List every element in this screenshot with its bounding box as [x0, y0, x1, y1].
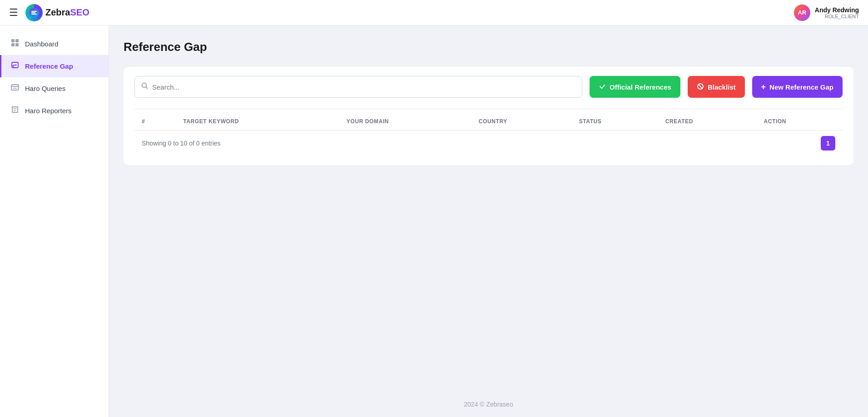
table-container: # TARGET KEYWORD YOUR DOMAIN COUNTRY STA…	[134, 109, 843, 156]
search-icon	[141, 82, 149, 91]
official-references-label: Official References	[610, 83, 671, 91]
sidebar: Dashboard Reference Gap Haro Queries	[0, 25, 109, 417]
logo: ZebraSEO	[25, 4, 89, 21]
new-reference-gap-label: New Reference Gap	[769, 83, 833, 91]
navbar-left: ☰ ZebraSEO	[9, 4, 89, 21]
toolbar-card: Official References Blacklist + New Refe…	[124, 67, 853, 165]
avatar: AR	[794, 5, 810, 21]
new-reference-gap-button[interactable]: + New Reference Gap	[752, 76, 843, 98]
footer: 2024 © Zebraseo	[124, 392, 853, 417]
blacklist-icon	[697, 83, 704, 91]
main-content: Reference Gap	[109, 25, 868, 417]
sidebar-item-haro-queries[interactable]: Haro Queries	[0, 77, 109, 100]
col-status: STATUS	[572, 113, 658, 131]
svg-rect-2	[15, 39, 19, 42]
haro-reporters-icon	[10, 105, 20, 116]
sidebar-item-haro-reporters[interactable]: Haro Reporters	[0, 100, 109, 122]
logo-seo: SEO	[70, 7, 89, 17]
user-name: Andy Redwing	[815, 6, 859, 14]
svg-rect-3	[11, 43, 15, 46]
sidebar-item-dashboard[interactable]: Dashboard	[0, 33, 109, 55]
check-icon	[599, 83, 606, 91]
dashboard-icon	[10, 38, 20, 50]
col-created: CREATED	[658, 113, 757, 131]
toolbar-row: Official References Blacklist + New Refe…	[134, 76, 843, 98]
svg-rect-4	[15, 43, 19, 46]
blacklist-label: Blacklist	[708, 83, 736, 91]
col-target-keyword: TARGET KEYWORD	[176, 113, 339, 131]
page-title: Reference Gap	[124, 40, 853, 54]
logo-text: ZebraSEO	[45, 7, 89, 18]
blacklist-button[interactable]: Blacklist	[688, 76, 745, 98]
official-references-button[interactable]: Official References	[590, 76, 680, 98]
logo-zebra: Zebra	[45, 7, 70, 17]
avatar-image: AR	[794, 5, 810, 21]
pagination-page-1[interactable]: 1	[821, 136, 835, 151]
sidebar-item-reference-gap[interactable]: Reference Gap	[0, 55, 109, 77]
col-country: COUNTRY	[471, 113, 572, 131]
entries-count: Showing 0 to 10 of 0 entries	[142, 140, 221, 147]
plus-icon: +	[761, 83, 766, 91]
logo-icon	[25, 4, 43, 21]
sidebar-label-reference-gap: Reference Gap	[25, 62, 73, 70]
svg-rect-1	[11, 39, 15, 42]
sidebar-label-haro-queries: Haro Queries	[25, 85, 65, 92]
app-body: Dashboard Reference Gap Haro Queries	[0, 25, 868, 417]
col-your-domain: YOUR DOMAIN	[339, 113, 471, 131]
table-footer: Showing 0 to 10 of 0 entries 1	[134, 131, 843, 156]
col-num: #	[134, 113, 176, 131]
haro-queries-icon	[10, 83, 20, 94]
search-wrapper	[134, 76, 582, 98]
reference-gap-icon	[10, 60, 20, 72]
sidebar-label-haro-reporters: Haro Reporters	[25, 107, 72, 115]
table-header-row: # TARGET KEYWORD YOUR DOMAIN COUNTRY STA…	[134, 113, 843, 131]
col-action: ACTION	[756, 113, 843, 131]
user-role: ROLE_CLIENT	[815, 14, 859, 19]
footer-text: 2024 © Zebraseo	[464, 401, 513, 408]
hamburger-icon[interactable]: ☰	[9, 7, 18, 19]
navbar: ☰ ZebraSEO	[0, 0, 868, 25]
svg-rect-5	[11, 85, 19, 90]
navbar-right: AR Andy Redwing ROLE_CLIENT	[794, 5, 859, 21]
search-input[interactable]	[152, 83, 575, 91]
reference-gap-table: # TARGET KEYWORD YOUR DOMAIN COUNTRY STA…	[134, 113, 843, 131]
user-info: Andy Redwing ROLE_CLIENT	[815, 6, 859, 19]
sidebar-label-dashboard: Dashboard	[25, 40, 58, 48]
